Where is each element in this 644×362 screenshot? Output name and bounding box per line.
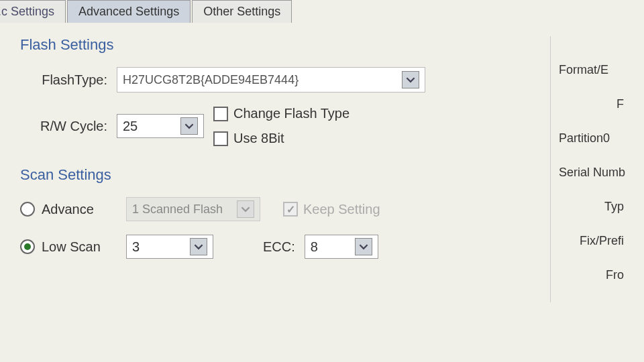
low-scan-select[interactable]: 3 <box>126 235 213 259</box>
tab-advanced-settings[interactable]: Advanced Settings <box>67 0 191 23</box>
tab-basic-settings[interactable]: ...c Settings <box>0 0 66 23</box>
flash-settings-title: Flash Settings <box>20 36 537 54</box>
main-panel: Flash Settings FlashType: H27UCG8T2B{ADD… <box>20 36 537 302</box>
keep-setting-label: Keep Setting <box>303 202 380 217</box>
flashtype-label: FlashType: <box>20 72 107 88</box>
flashtype-value: H27UCG8T2B{ADDE94EB7444} <box>123 73 299 87</box>
side-fix-prefix-label: Fix/Prefi <box>559 234 624 248</box>
tab-bar: ...c Settings Advanced Settings Other Se… <box>0 0 644 23</box>
chevron-down-icon <box>237 200 254 218</box>
ecc-select[interactable]: 8 <box>305 235 378 259</box>
tab-other-settings[interactable]: Other Settings <box>192 0 292 23</box>
use-8bit-label: Use 8Bit <box>233 131 284 146</box>
chevron-down-icon[interactable] <box>355 238 372 255</box>
rw-cycle-label: R/W Cycle: <box>20 119 107 134</box>
scanned-flash-value: 1 Scanned Flash <box>132 202 223 217</box>
side-from-label: Fro <box>559 268 624 282</box>
advance-radio[interactable] <box>20 202 35 217</box>
low-scan-radio-label: Low Scan <box>42 239 101 255</box>
low-scan-value: 3 <box>132 239 140 255</box>
rw-cycle-select[interactable]: 25 <box>117 114 204 138</box>
chevron-down-icon[interactable] <box>402 71 419 88</box>
change-flash-type-checkbox[interactable] <box>213 107 228 121</box>
side-format-label: Format/E <box>559 63 624 77</box>
ecc-value: 8 <box>311 239 318 255</box>
scanned-flash-select: 1 Scanned Flash <box>126 197 260 221</box>
chevron-down-icon[interactable] <box>190 238 207 255</box>
side-partition0-label: Partition0 <box>559 131 624 145</box>
side-serial-number-label: Serial Numb <box>559 166 624 180</box>
ecc-label: ECC: <box>263 239 295 255</box>
advance-radio-label: Advance <box>42 202 94 217</box>
keep-setting-checkbox <box>283 202 298 217</box>
low-scan-radio[interactable] <box>20 239 35 254</box>
side-type-label: Typ <box>559 200 624 214</box>
side-f-label: F <box>559 97 624 111</box>
use-8bit-checkbox[interactable] <box>213 131 228 146</box>
flashtype-select[interactable]: H27UCG8T2B{ADDE94EB7444} <box>117 67 425 93</box>
scan-settings-title: Scan Settings <box>20 166 537 184</box>
change-flash-type-label: Change Flash Type <box>233 106 350 121</box>
side-panel: Format/E F Partition0 Serial Numb Typ Fi… <box>550 36 624 302</box>
chevron-down-icon[interactable] <box>180 117 198 135</box>
rw-cycle-value: 25 <box>123 119 138 134</box>
